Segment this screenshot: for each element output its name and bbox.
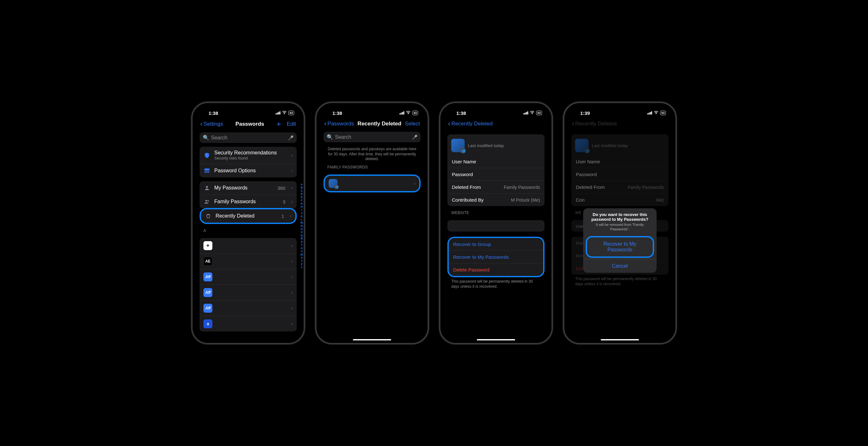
security-recommendations[interactable]: Security Recommendations Security risks … <box>199 147 297 164</box>
shared-badge-icon: 👥 <box>334 185 339 189</box>
svg-point-6 <box>408 113 409 114</box>
add-button[interactable]: + <box>277 119 281 129</box>
home-indicator[interactable] <box>601 339 639 340</box>
time: 1:38 <box>209 110 218 116</box>
index-bar[interactable]: ABCDEFGHIJKLMNOPQRSTUVWXYZ# <box>301 183 303 269</box>
deleted-item[interactable]: 👥 › <box>325 176 419 191</box>
delete-password-button[interactable]: Delete Password <box>449 264 543 276</box>
list-item[interactable]: Aff› <box>199 269 297 285</box>
contributed-by-row: ConMe) <box>571 194 669 206</box>
search-input[interactable]: 🔍 Search 🎤 <box>323 132 421 142</box>
list-item[interactable]: ✈︎› <box>199 238 297 253</box>
section-header-a: A <box>196 224 300 234</box>
recover-button[interactable]: Recover to My Passwords <box>586 236 654 258</box>
dynamic-island <box>230 107 266 118</box>
wifi-icon <box>654 110 658 116</box>
back-button[interactable]: ‹Settings <box>200 120 223 128</box>
app-icon: ✈︎ <box>204 241 212 250</box>
list-item[interactable]: a› <box>199 316 297 332</box>
username-row: User Name <box>571 156 669 168</box>
cellular-icon <box>276 111 280 114</box>
section-header: FAMILY PASSWORDS <box>320 163 424 171</box>
app-icon: Aff <box>204 288 212 297</box>
app-icon: 👥 <box>575 139 589 152</box>
battery-icon: 63 <box>660 111 666 115</box>
page-title: Passwords <box>235 121 264 127</box>
dynamic-island <box>354 107 390 118</box>
dynamic-island <box>478 107 514 118</box>
info-text: Deleted passwords and passkeys are avail… <box>320 144 424 163</box>
contributed-by-row: Contributed ByM Potuck (Me) <box>447 194 545 206</box>
website-header: WEBSITE <box>444 206 548 216</box>
shared-badge-icon: 👥 <box>460 148 466 153</box>
chevron-right-icon: › <box>290 213 291 219</box>
select-button[interactable]: Select <box>405 121 420 127</box>
chevron-left-icon: ‹ <box>200 120 203 128</box>
app-icon: 👥 <box>329 179 338 188</box>
family-passwords[interactable]: Family Passwords 3 › <box>199 195 297 208</box>
app-icon: Aff <box>204 304 212 313</box>
chevron-right-icon: › <box>291 199 293 205</box>
recover-to-my-passwords-button[interactable]: Recover to My Passwords <box>449 251 543 264</box>
list-item[interactable]: AE› <box>199 253 297 269</box>
recover-to-group-button[interactable]: Recover to Group <box>449 238 543 251</box>
password-options[interactable]: Password Options › <box>199 164 297 177</box>
deleted-from-row: Deleted FromFamily Passwords <box>447 181 545 194</box>
svg-point-4 <box>205 200 207 201</box>
cellular-icon <box>647 111 652 114</box>
my-passwords[interactable]: My Passwords 360 › <box>199 181 297 195</box>
username-row[interactable]: User Name <box>447 156 545 168</box>
svg-point-0 <box>284 113 285 114</box>
nav-bar: ‹Recently Deleted <box>444 117 548 131</box>
back-button[interactable]: ‹Recently Deleted <box>448 119 493 128</box>
app-icon: 👥 <box>451 139 465 152</box>
password-row: Password <box>571 168 669 181</box>
home-indicator[interactable] <box>477 339 515 340</box>
battery-icon: 63 <box>288 111 294 115</box>
svg-point-5 <box>208 200 209 202</box>
password-row[interactable]: Password <box>447 168 545 181</box>
chevron-right-icon: › <box>291 185 293 191</box>
home-indicator[interactable] <box>353 339 391 340</box>
list-item[interactable]: Aff› <box>199 301 297 316</box>
cellular-icon <box>523 111 528 114</box>
back-button[interactable]: ‹Passwords <box>324 119 354 128</box>
deleted-from-row: Deleted FromFamily Passwords <box>571 181 669 194</box>
website-row[interactable] <box>447 220 545 232</box>
search-input[interactable]: 🔍 Search 🎤 <box>199 132 297 143</box>
time: 1:38 <box>333 110 342 116</box>
svg-point-7 <box>532 113 533 114</box>
mic-icon[interactable]: 🎤 <box>288 135 293 140</box>
wifi-icon <box>406 110 411 116</box>
search-icon: 🔍 <box>203 135 209 141</box>
recently-deleted[interactable]: Recently Deleted 1 › <box>201 209 296 223</box>
phone-1: 1:38 63 ‹Settings Passwords + Edit 🔍 Sea… <box>191 102 305 344</box>
svg-rect-1 <box>205 168 210 170</box>
chevron-right-icon: › <box>414 180 415 186</box>
chevron-left-icon: ‹ <box>324 119 327 128</box>
back-button: ‹Recently Deleted <box>572 119 617 128</box>
battery-icon: 63 <box>536 111 542 115</box>
wifi-icon <box>282 110 287 116</box>
phone-4: 1:39 63 ‹Recently Deleted 👥 Last modifie… <box>563 102 677 344</box>
sheet-subtitle: It will be removed from "Family Password… <box>583 222 657 235</box>
app-icon: a <box>204 319 212 328</box>
wifi-icon <box>530 110 535 116</box>
trash-icon <box>205 212 212 219</box>
last-modified: Last modified today <box>468 143 504 148</box>
cancel-button[interactable]: Cancel <box>583 259 657 273</box>
mic-icon[interactable]: 🎤 <box>412 135 417 140</box>
detail-header: 👥 Last modified today <box>447 134 545 156</box>
search-icon: 🔍 <box>327 134 333 140</box>
battery-icon: 63 <box>412 111 418 115</box>
time: 1:39 <box>580 110 590 116</box>
list-item[interactable]: Aff› <box>199 285 297 301</box>
sheet-title: Do you want to recover this password to … <box>583 208 657 222</box>
dynamic-island <box>602 107 638 118</box>
detail-header: 👥 Last modified today <box>571 134 669 156</box>
chevron-right-icon: › <box>291 152 293 158</box>
nav-bar: ‹Settings Passwords + Edit <box>196 117 300 131</box>
footer-text: This password will be permanently delete… <box>444 277 548 291</box>
edit-button[interactable]: Edit <box>287 121 296 127</box>
chevron-left-icon: ‹ <box>572 119 574 128</box>
